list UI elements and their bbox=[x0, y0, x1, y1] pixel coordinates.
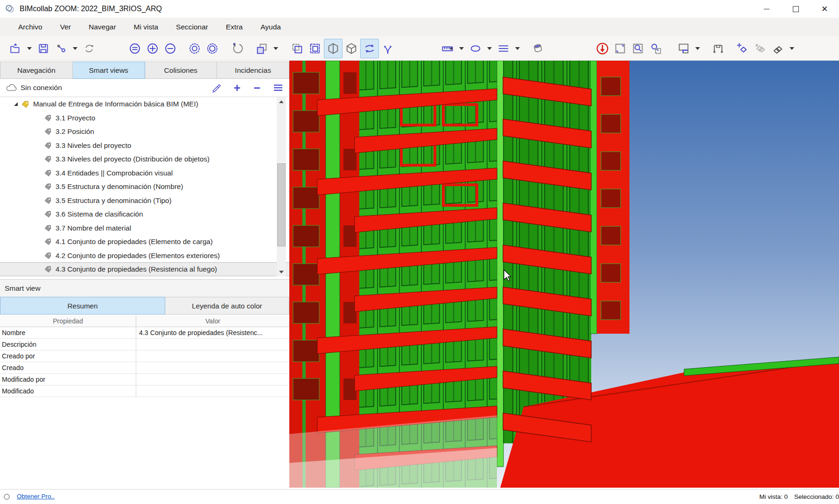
tab-colisiones[interactable]: Colisiones bbox=[145, 62, 217, 79]
header-propiedad: Propiedad bbox=[0, 315, 136, 327]
line-caret-icon[interactable] bbox=[515, 47, 520, 50]
row-property: Creado bbox=[0, 362, 136, 373]
menu-seccionar[interactable]: Seccionar bbox=[167, 23, 217, 31]
menu-mi-vista[interactable]: Mi vista bbox=[125, 23, 168, 31]
table-row[interactable]: Nombre4.3 Conjunto de propiedades (Resis… bbox=[0, 327, 289, 339]
table-row[interactable]: Descripción bbox=[0, 339, 289, 350]
clipping-caret-icon[interactable] bbox=[790, 47, 794, 50]
tree-item[interactable]: 3.3 Niveles del proyecto (Distribución d… bbox=[0, 152, 289, 166]
tree-item[interactable]: 3.7 Nombre del material bbox=[0, 221, 289, 235]
clipping-planes-button[interactable] bbox=[769, 39, 787, 58]
tag-icon bbox=[44, 114, 51, 121]
menu-extra[interactable]: Extra bbox=[217, 23, 252, 31]
maximize-button[interactable] bbox=[781, 0, 810, 18]
save-button[interactable] bbox=[35, 39, 52, 58]
tree-item[interactable]: 4.1 Conjunto de propiedades (Elemento de… bbox=[0, 235, 289, 249]
close-icon: ✕ bbox=[821, 4, 828, 14]
minimize-button[interactable] bbox=[752, 0, 781, 18]
section-caret-icon[interactable] bbox=[695, 47, 700, 50]
scroll-down-icon[interactable] bbox=[277, 267, 286, 276]
tree-item[interactable]: 3.5 Estructura y denominación (Tipo) bbox=[0, 194, 289, 208]
annotate-caret-icon[interactable] bbox=[487, 47, 492, 50]
isolate-circle-button[interactable] bbox=[186, 39, 203, 58]
zoom-in-circle-button[interactable] bbox=[144, 39, 161, 58]
open-caret-icon[interactable] bbox=[27, 47, 32, 50]
obtener-pro-link[interactable]: Obtener Pro.. bbox=[17, 493, 55, 500]
tree-item-label: 4.3 Conjunto de propiedades (Resistencia… bbox=[56, 265, 217, 273]
tree-root-row[interactable]: Manual de Entrega de Información básica … bbox=[0, 97, 289, 111]
split-view-button[interactable] bbox=[324, 39, 343, 58]
tree-item[interactable]: 3.5 Estructura y denominación (Nombre) bbox=[0, 180, 289, 194]
menu-archivo[interactable]: Archivo bbox=[9, 23, 51, 31]
walkthrough-button[interactable] bbox=[379, 39, 397, 58]
tree-item[interactable]: 4.2 Conjunto de propiedades (Elementos e… bbox=[0, 249, 289, 263]
sync-button[interactable] bbox=[80, 39, 98, 58]
perspective-cube-button[interactable] bbox=[343, 39, 360, 58]
zoom-extents-button[interactable] bbox=[611, 39, 629, 58]
tab-leyenda-auto-color[interactable]: Leyenda de auto color bbox=[165, 297, 289, 315]
tab-resumen[interactable]: Resumen bbox=[0, 297, 165, 315]
tag-icon bbox=[44, 210, 51, 217]
tab-smart-views[interactable]: Smart views bbox=[73, 62, 145, 79]
isolate-ring-button[interactable] bbox=[203, 39, 221, 58]
tag-icon bbox=[21, 100, 29, 108]
tab-incidencias[interactable]: Incidencias bbox=[217, 62, 289, 79]
reset-view-button[interactable] bbox=[229, 39, 246, 58]
select-square-button[interactable] bbox=[288, 39, 306, 58]
layers-button[interactable] bbox=[253, 39, 271, 58]
remove-clipping-planes-button[interactable] bbox=[751, 39, 769, 58]
annotate-ellipse-button[interactable] bbox=[467, 39, 484, 58]
row-value: 4.3 Conjunto de propiedades (Resistenc..… bbox=[136, 327, 289, 338]
menu-navegar[interactable]: Navegar bbox=[80, 23, 125, 31]
line-style-button[interactable] bbox=[495, 39, 512, 58]
maximize-icon bbox=[793, 6, 799, 12]
menu-hamburger-icon[interactable] bbox=[273, 84, 283, 91]
expand-triangle-icon[interactable] bbox=[14, 102, 18, 106]
tree-item-label: 3.7 Nombre del material bbox=[56, 224, 131, 232]
measure-caret-icon[interactable] bbox=[459, 47, 464, 50]
table-row[interactable]: Modificado por bbox=[0, 374, 289, 385]
open-button[interactable] bbox=[7, 39, 24, 58]
zoom-out-circle-button[interactable] bbox=[161, 39, 179, 58]
table-row[interactable]: Creado bbox=[0, 362, 289, 374]
share-caret-icon[interactable] bbox=[73, 47, 77, 50]
scroll-up-icon[interactable] bbox=[277, 97, 286, 106]
tree-item[interactable]: 3.6 Sistema de clasificación bbox=[0, 207, 289, 221]
add-smart-view-icon[interactable]: + bbox=[234, 83, 241, 92]
tree-item-selected[interactable]: 4.3 Conjunto de propiedades (Resistencia… bbox=[0, 262, 289, 276]
remove-smart-view-icon[interactable]: − bbox=[253, 83, 260, 92]
orbit-button[interactable] bbox=[360, 39, 379, 58]
select-square-dashed-button[interactable] bbox=[306, 39, 324, 58]
table-row[interactable]: Modificado bbox=[0, 385, 289, 397]
section-cube-button[interactable] bbox=[675, 39, 692, 58]
row-property: Descripción bbox=[0, 339, 136, 350]
status-seleccionado: Seleccionado: 0 bbox=[794, 493, 839, 500]
menu-ver[interactable]: Ver bbox=[51, 23, 80, 31]
table-row[interactable]: Creado por bbox=[0, 350, 289, 362]
section-clamp-button[interactable] bbox=[709, 39, 727, 58]
list-circle-button[interactable] bbox=[126, 39, 144, 58]
tab-navegacion[interactable]: Navegación bbox=[0, 62, 73, 79]
tree-item[interactable]: 3.4 Entidades || Comprobación visual bbox=[0, 166, 289, 180]
load-issues-button[interactable] bbox=[594, 39, 611, 58]
menu-ayuda[interactable]: Ayuda bbox=[252, 23, 290, 31]
viewport-3d[interactable] bbox=[289, 61, 839, 488]
close-button[interactable]: ✕ bbox=[810, 0, 839, 18]
tag-icon bbox=[44, 183, 51, 190]
zoom-window-button[interactable] bbox=[647, 39, 664, 58]
measure-ruler-button[interactable] bbox=[439, 39, 456, 58]
tree-item[interactable]: 3.3 Niveles del proyecto bbox=[0, 139, 289, 153]
paint-bucket-button[interactable] bbox=[529, 39, 547, 58]
zoom-selection-button[interactable] bbox=[629, 39, 647, 58]
add-clipping-plane-button[interactable] bbox=[734, 39, 751, 58]
tree-item[interactable]: 3.1 Proyecto bbox=[0, 111, 289, 125]
tree-item[interactable]: 3.2 Posición bbox=[0, 125, 289, 139]
share-link-button[interactable] bbox=[52, 39, 70, 58]
property-table-header: Propiedad Valor bbox=[0, 315, 289, 327]
tree-scrollbar[interactable] bbox=[277, 97, 286, 276]
row-value bbox=[136, 385, 289, 397]
edit-pencil-icon[interactable] bbox=[211, 83, 221, 92]
layers-caret-icon[interactable] bbox=[273, 47, 278, 50]
tag-icon bbox=[44, 197, 51, 204]
scrollbar-thumb[interactable] bbox=[277, 163, 286, 246]
